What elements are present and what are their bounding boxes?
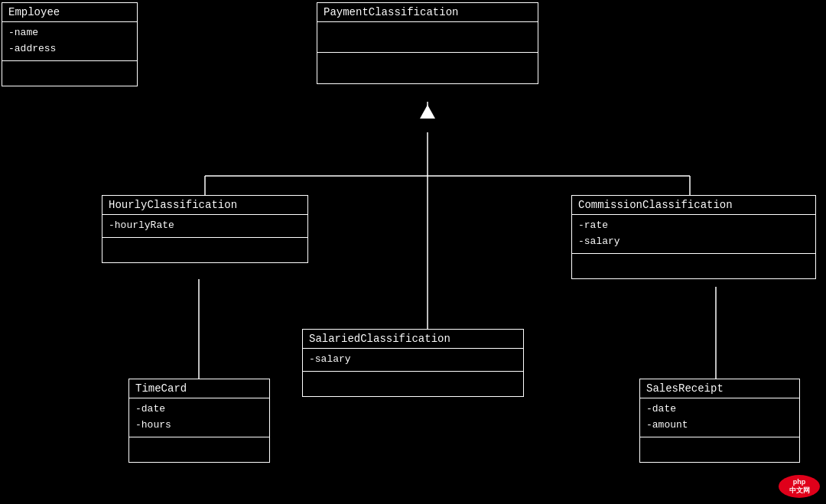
commission-classification-box: CommissionClassification -rate -salary — [571, 195, 816, 279]
payment-classification-title: PaymentClassification — [317, 3, 538, 22]
hourly-classification-title: HourlyClassification — [102, 196, 307, 215]
hourly-classification-box: HourlyClassification -hourlyRate — [102, 195, 308, 263]
employee-attr-name: -name — [8, 25, 131, 41]
salaried-classification-title: SalariedClassification — [303, 330, 523, 349]
hourly-classification-methods — [102, 238, 307, 262]
hourly-attr-rate: -hourlyRate — [109, 218, 301, 234]
timecard-box: TimeCard -date -hours — [128, 379, 270, 463]
timecard-attr-hours: -hours — [135, 418, 263, 434]
sales-receipt-attr-date: -date — [646, 402, 793, 418]
sales-receipt-box: SalesReceipt -date -amount — [639, 379, 800, 463]
sales-receipt-attributes: -date -amount — [640, 398, 799, 437]
php-badge-text: php中文网 — [789, 478, 810, 495]
hourly-classification-attributes: -hourlyRate — [102, 215, 307, 238]
commission-classification-title: CommissionClassification — [572, 196, 815, 215]
sales-receipt-attr-amount: -amount — [646, 418, 793, 434]
sales-receipt-title: SalesReceipt — [640, 379, 799, 398]
employee-methods — [2, 61, 137, 86]
payment-classification-attributes — [317, 22, 538, 53]
employee-box: Employee -name -address — [2, 2, 138, 86]
employee-title: Employee — [2, 3, 137, 22]
sales-receipt-methods — [640, 437, 799, 462]
salaried-attr-salary: -salary — [309, 352, 517, 368]
payment-classification-methods — [317, 53, 538, 83]
php-badge: php中文网 — [779, 475, 820, 498]
timecard-methods — [129, 437, 269, 462]
salaried-classification-attributes: -salary — [303, 349, 523, 372]
commission-attr-salary: -salary — [578, 234, 809, 250]
salaried-classification-methods — [303, 372, 523, 396]
payment-classification-box: PaymentClassification — [317, 2, 538, 84]
employee-attributes: -name -address — [2, 22, 137, 61]
inheritance-triangle — [420, 105, 435, 119]
salaried-classification-box: SalariedClassification -salary — [302, 329, 524, 397]
timecard-attr-date: -date — [135, 402, 263, 418]
timecard-title: TimeCard — [129, 379, 269, 398]
commission-classification-attributes: -rate -salary — [572, 215, 815, 254]
commission-classification-methods — [572, 254, 815, 278]
commission-attr-rate: -rate — [578, 218, 809, 234]
timecard-attributes: -date -hours — [129, 398, 269, 437]
employee-attr-address: -address — [8, 41, 131, 57]
